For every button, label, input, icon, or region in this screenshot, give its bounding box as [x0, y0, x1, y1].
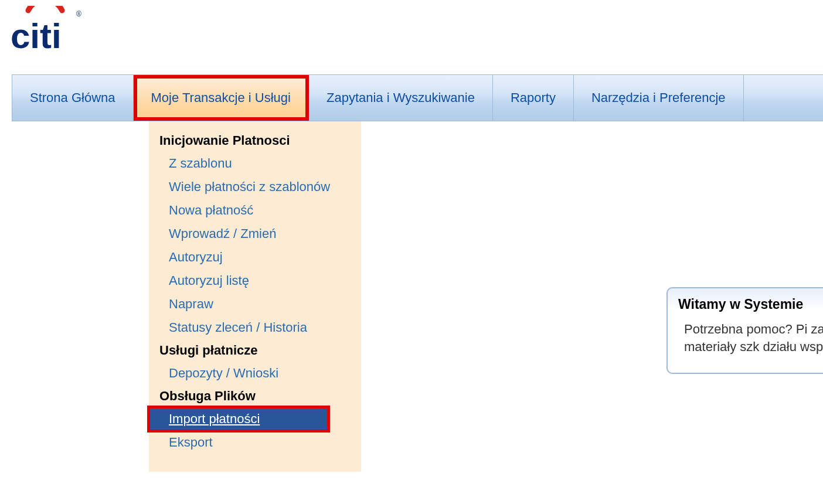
nav-transactions[interactable]: Moje Transakcje i Usługi: [134, 75, 309, 121]
transactions-dropdown: Inicjowanie Platnosci Z szablonu Wiele p…: [149, 121, 361, 472]
citi-logo-icon: citi ®: [6, 6, 82, 59]
welcome-panel: Witamy w Systemie Potrzebna pomoc? Pi za…: [666, 287, 823, 374]
dropdown-item-import-payments[interactable]: Import płatności: [149, 407, 328, 431]
nav-reports[interactable]: Raporty: [493, 75, 574, 121]
svg-text:citi: citi: [11, 16, 62, 56]
dropdown-item-deposits[interactable]: Depozyty / Wnioski: [149, 362, 361, 385]
dropdown-item-authorize-list[interactable]: Autoryzuj listę: [149, 269, 361, 292]
dropdown-item-status-history[interactable]: Statusy zleceń / Historia: [149, 316, 361, 339]
dropdown-item-repair[interactable]: Napraw: [149, 292, 361, 316]
dropdown-item-authorize[interactable]: Autoryzuj: [149, 246, 361, 269]
dropdown-item-multi-template[interactable]: Wiele płatności z szablonów: [149, 175, 361, 199]
nav-home[interactable]: Strona Główna: [12, 75, 134, 121]
dropdown-heading-payment-services: Usługi płatnicze: [149, 339, 361, 362]
dropdown-item-enter-change[interactable]: Wprowadź / Zmień: [149, 222, 361, 246]
welcome-title: Witamy w Systemie: [668, 288, 823, 317]
citi-logo: citi ®: [6, 6, 82, 59]
main-navbar: Strona Główna Moje Transakcje i Usługi Z…: [12, 74, 823, 121]
dropdown-item-export[interactable]: Eksport: [149, 431, 361, 454]
welcome-text: Potrzebna pomoc? Pi zawiera materiały sz…: [668, 317, 823, 373]
dropdown-heading-payments: Inicjowanie Platnosci: [149, 130, 361, 152]
nav-tools[interactable]: Narzędzia i Preferencje: [574, 75, 744, 121]
dropdown-heading-file-handling: Obsługa Plików: [149, 385, 361, 407]
nav-queries[interactable]: Zapytania i Wyszukiwanie: [309, 75, 493, 121]
dropdown-item-template[interactable]: Z szablonu: [149, 152, 361, 175]
svg-text:®: ®: [76, 10, 81, 18]
dropdown-item-new-payment[interactable]: Nowa płatność: [149, 199, 361, 222]
